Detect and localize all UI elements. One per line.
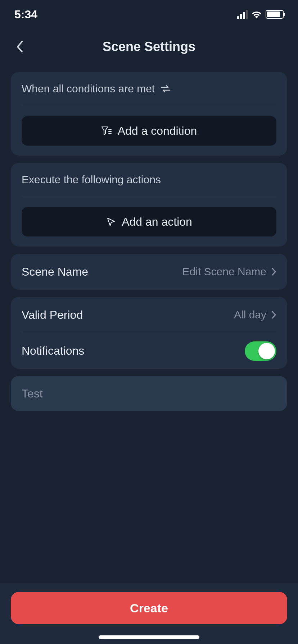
- valid-period-row[interactable]: Valid Period All day: [22, 297, 276, 333]
- add-condition-label: Add a condition: [118, 124, 197, 138]
- filter-icon: [101, 126, 112, 136]
- test-label: Test: [22, 387, 43, 400]
- actions-card: Execute the following actions Add an act…: [11, 163, 287, 247]
- scene-name-value: Edit Scene Name: [182, 266, 266, 278]
- create-label: Create: [130, 601, 168, 615]
- conditions-card: When all conditions are met A: [11, 72, 287, 156]
- valid-period-value: All day: [234, 309, 266, 321]
- status-indicators: [237, 10, 284, 19]
- conditions-header-label: When all conditions are met: [22, 83, 155, 95]
- status-time: 5:34: [14, 8, 37, 21]
- add-action-label: Add an action: [122, 215, 192, 229]
- battery-icon: [266, 10, 284, 19]
- cellular-signal-icon: [237, 10, 248, 19]
- cursor-icon: [106, 217, 116, 227]
- actions-header: Execute the following actions: [22, 163, 276, 197]
- home-indicator[interactable]: [99, 635, 199, 639]
- notifications-label: Notifications: [22, 344, 84, 358]
- actions-header-label: Execute the following actions: [22, 174, 161, 186]
- conditions-header[interactable]: When all conditions are met: [22, 72, 276, 106]
- swap-icon: [160, 84, 171, 93]
- add-action-button[interactable]: Add an action: [22, 207, 276, 236]
- status-bar: 5:34: [0, 0, 298, 29]
- scene-name-label: Scene Name: [22, 265, 88, 279]
- wifi-icon: [251, 10, 262, 19]
- chevron-right-icon: [271, 267, 276, 276]
- notifications-row: Notifications: [22, 333, 276, 369]
- test-button[interactable]: Test: [11, 376, 287, 411]
- content-area: When all conditions are met A: [0, 65, 298, 583]
- chevron-right-icon: [271, 310, 276, 319]
- scene-name-row[interactable]: Scene Name Edit Scene Name: [22, 254, 276, 290]
- add-condition-button[interactable]: Add a condition: [22, 116, 276, 146]
- valid-period-label: Valid Period: [22, 308, 83, 322]
- settings-card: Valid Period All day Notifications: [11, 297, 287, 369]
- page-title: Scene Settings: [103, 39, 195, 54]
- create-button[interactable]: Create: [11, 592, 287, 624]
- scene-name-card: Scene Name Edit Scene Name: [11, 254, 287, 290]
- footer: Create: [0, 583, 298, 644]
- chevron-left-icon: [16, 41, 23, 53]
- back-button[interactable]: [11, 38, 29, 56]
- nav-bar: Scene Settings: [0, 29, 298, 65]
- notifications-toggle[interactable]: [245, 341, 276, 361]
